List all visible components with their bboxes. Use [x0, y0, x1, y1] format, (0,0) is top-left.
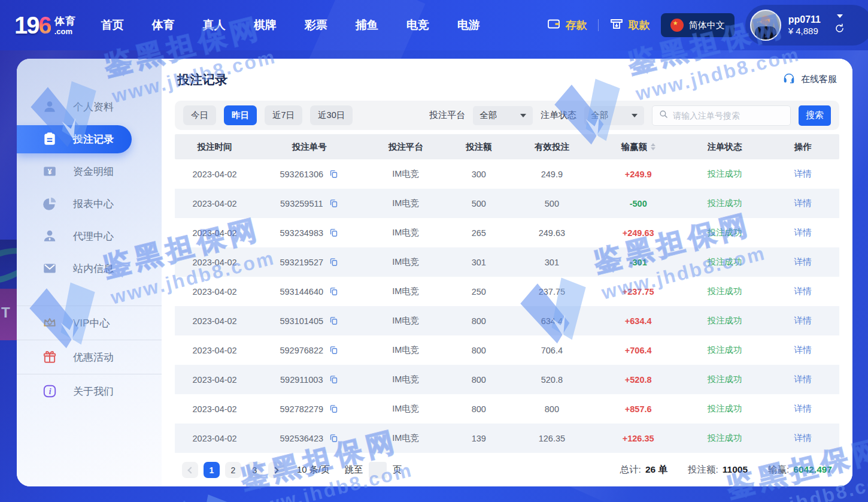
site-logo[interactable]: 196 体育 .com [14, 12, 76, 39]
win-loss-cell: -301 [593, 258, 683, 267]
sidebar-item-label: 站内信息 [73, 262, 114, 276]
table-row: 2023-04-02593144640IM电竞250237.75+237.75投… [175, 277, 839, 306]
nav-link-彩票[interactable]: 彩票 [305, 17, 327, 33]
column-header-投注额: 投注额 [447, 141, 510, 153]
table-row: 2023-04-02593234983IM电竞265249.63+249.63投… [175, 218, 839, 247]
chevron-down-icon[interactable] [837, 14, 843, 18]
nav-link-电游[interactable]: 电游 [457, 17, 480, 33]
copy-icon[interactable] [329, 228, 339, 238]
detail-link[interactable]: 详情 [794, 168, 811, 180]
user-account-chip[interactable]: pp0711 ¥ 4,889 [745, 5, 868, 46]
total-bet-label: 投注额: [688, 464, 718, 474]
sidebar-item-个人资料[interactable]: 个人资料 [17, 90, 162, 123]
order-search-box[interactable] [652, 105, 791, 126]
sidebar-item-关于我们[interactable]: i关于我们 [17, 374, 162, 408]
order-number-cell: 592911003 [254, 374, 364, 385]
nav-link-体育[interactable]: 体育 [152, 17, 175, 33]
date-tab-近7日[interactable]: 近7日 [265, 105, 302, 125]
platform-dropdown[interactable]: 全部 [473, 106, 533, 125]
sidebar-item-label: 代理中心 [73, 229, 114, 243]
nav-link-首页[interactable]: 首页 [101, 17, 124, 33]
detail-link[interactable]: 详情 [794, 374, 811, 385]
username: pp0711 [788, 14, 821, 26]
detail-link[interactable]: 详情 [794, 256, 811, 268]
page-button-2[interactable]: 2 [225, 462, 241, 478]
detail-link[interactable]: 详情 [794, 403, 811, 415]
sidebar-item-报表中心[interactable]: 报表中心 [17, 188, 162, 220]
valid-bet-cell: 126.35 [511, 434, 594, 443]
sidebar-item-VIP中心[interactable]: VIP中心 [17, 306, 162, 340]
wallet-icon [547, 17, 561, 34]
detail-link[interactable]: 详情 [794, 315, 811, 326]
date-tab-昨日[interactable]: 昨日 [224, 105, 257, 125]
copy-icon[interactable] [329, 345, 339, 355]
jump-page-input[interactable] [369, 462, 387, 479]
sidebar-item-优惠活动[interactable]: 优惠活动 [17, 340, 162, 374]
detail-link[interactable]: 详情 [794, 198, 811, 209]
detail-link[interactable]: 详情 [794, 286, 811, 297]
chevron-down-icon [520, 114, 526, 117]
content-panel: 个人资料投注记录¥资金明细报表中心代理中心站内信息VIP中心优惠活动i关于我们 … [17, 59, 852, 486]
table-row: 2023-04-02593101405IM电竞800634.4+634.4投注成… [175, 306, 839, 335]
detail-link[interactable]: 详情 [794, 344, 811, 356]
copy-icon[interactable] [329, 404, 339, 414]
order-number-cell: 592782279 [254, 404, 364, 414]
status-dropdown[interactable]: 全部 [584, 106, 644, 125]
per-page-label: 10 条/页 [297, 464, 330, 476]
deposit-button[interactable]: 存款 [547, 17, 587, 34]
next-page-button[interactable] [268, 462, 284, 478]
copy-icon[interactable] [329, 286, 339, 297]
jump-suffix-label: 页 [393, 464, 402, 476]
platform-cell: IM电竞 [364, 168, 447, 180]
copy-icon[interactable] [329, 169, 339, 179]
table-row: 2023-04-02593261306IM电竞300249.9+249.9投注成… [175, 159, 839, 189]
total-win-value: 6042.497 [793, 464, 832, 474]
copy-icon[interactable] [329, 433, 339, 443]
order-status-cell: 投注成功 [683, 374, 766, 385]
top-navbar: 196 体育 .com 首页体育真人棋牌彩票捕鱼电竞电游 存款 取款 ★ 简体中… [0, 0, 868, 50]
nav-link-真人[interactable]: 真人 [203, 17, 226, 33]
sidebar-item-投注记录[interactable]: 投注记录 [17, 125, 132, 153]
bet-amount-cell: 139 [447, 434, 510, 443]
prev-page-button[interactable] [182, 462, 198, 478]
detail-link[interactable]: 详情 [794, 433, 811, 444]
refresh-balance-icon[interactable] [834, 23, 845, 37]
copy-icon[interactable] [329, 316, 339, 326]
column-header-输赢额[interactable]: 输赢额 [593, 141, 683, 153]
order-status-cell: 投注成功 [683, 344, 766, 356]
sidebar-item-资金明细[interactable]: ¥资金明细 [17, 155, 162, 188]
report-icon [42, 196, 57, 211]
page-button-3[interactable]: 3 [247, 462, 263, 478]
bet-time-cell: 2023-04-02 [175, 404, 254, 414]
withdraw-button[interactable]: 取款 [609, 17, 650, 34]
column-header-注单状态: 注单状态 [683, 141, 766, 153]
date-tab-近30日[interactable]: 近30日 [310, 105, 353, 125]
total-bet-value: 11005 [723, 464, 748, 474]
bet-amount-cell: 300 [447, 170, 510, 179]
language-selector[interactable]: ★ 简体中文 [661, 13, 735, 37]
nav-link-捕鱼[interactable]: 捕鱼 [356, 17, 378, 33]
order-number-cell: 593259511 [254, 198, 364, 208]
bet-amount-cell: 800 [447, 375, 510, 385]
svg-text:¥: ¥ [48, 168, 52, 176]
search-input[interactable] [673, 111, 784, 120]
search-button[interactable]: 搜索 [799, 105, 831, 126]
nav-link-棋牌[interactable]: 棋牌 [254, 17, 277, 33]
win-loss-cell: +126.35 [593, 434, 683, 443]
sort-icon[interactable] [651, 143, 655, 150]
nav-link-电竞[interactable]: 电竞 [406, 17, 429, 33]
divider [598, 19, 599, 31]
copy-icon[interactable] [329, 374, 339, 385]
avatar[interactable] [750, 10, 781, 41]
deposit-label: 存款 [566, 18, 587, 32]
copy-icon[interactable] [329, 198, 339, 208]
date-tab-今日[interactable]: 今日 [183, 105, 216, 125]
customer-service-button[interactable]: 在线客服 [782, 72, 837, 87]
page-button-1[interactable]: 1 [204, 462, 220, 478]
china-flag-icon: ★ [670, 19, 684, 32]
copy-icon[interactable] [329, 257, 339, 267]
sidebar-item-代理中心[interactable]: 代理中心 [17, 220, 162, 252]
valid-bet-cell: 301 [511, 258, 594, 267]
sidebar-item-站内信息[interactable]: 站内信息 [17, 252, 162, 285]
detail-link[interactable]: 详情 [794, 227, 811, 238]
